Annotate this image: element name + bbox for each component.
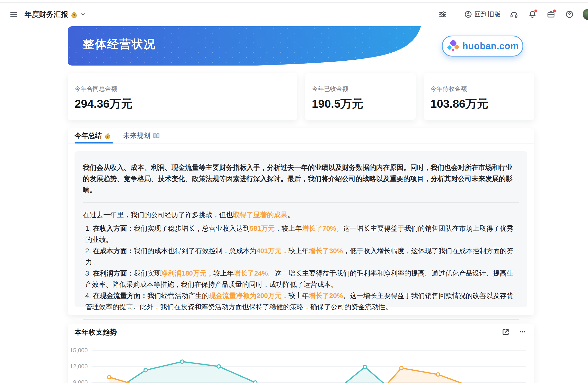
page-title: 年度财务汇报 (24, 9, 68, 20)
display-settings-button[interactable] (437, 9, 448, 20)
summary-card: 今年总结 $ 未来规划 我们会从收入、成本、利润、现金流量等主要财务指标入手，分… (68, 128, 534, 315)
list-item-cost: 2. 在成本方面：我们的成本也得到了有效控制，总成本为401万元，较上年增长了3… (83, 245, 519, 268)
list-item-cashflow: 4. 在现金流量方面：我们经营活动产生的现金流量净额为200万元，较上年增长了2… (83, 290, 519, 313)
active-tab-underline (75, 142, 113, 144)
trend-chart-card: 本年收支趋势 15,000 12,000 9,000 (68, 323, 534, 383)
list-item-profit: 3. 在利润方面：我们实现净利润180万元，较上年增长了24%。这一增长主要得益… (83, 268, 519, 290)
tab-label: 未来规划 (123, 131, 150, 140)
back-to-old-version-button[interactable]: 回到旧版 (464, 10, 501, 19)
stat-value: 294.36万元 (75, 96, 290, 112)
stat-label: 今年已收金额 (312, 85, 409, 93)
panel-divider (83, 202, 519, 203)
help-icon (565, 10, 574, 19)
list-item-revenue: 1. 在收入方面：我们实现了稳步增长，总营业收入达到581万元，较上年增长了70… (83, 223, 519, 245)
sliders-icon (438, 10, 447, 19)
notifications-button[interactable] (527, 9, 538, 20)
stat-label: 今年合同总金额 (75, 85, 290, 93)
notification-badge (534, 9, 537, 12)
app-title-group[interactable]: 年度财务汇报 $ (24, 9, 86, 20)
back-to-old-version-label: 回到旧版 (475, 10, 501, 19)
stat-value: 103.86万元 (430, 96, 527, 112)
tab-future-plan[interactable]: 未来规划 (123, 131, 160, 140)
stat-value: 190.5万元 (312, 96, 409, 112)
open-in-new-button[interactable] (500, 326, 511, 337)
svg-text:$: $ (107, 135, 109, 138)
stat-card-pending: 今年待收金额 103.86万元 (424, 73, 534, 120)
huoban-logo-icon (446, 39, 460, 53)
workbench-badge (553, 9, 556, 12)
stat-label: 今年待收金额 (430, 85, 527, 93)
stat-card-contract-total: 今年合同总金额 294.36万元 (68, 73, 297, 120)
tab-label: 今年总结 (75, 131, 102, 140)
summary-intro: 我们会从收入、成本、利润、现金流量等主要财务指标入手，分析过去一年的业绩以及财务… (83, 162, 519, 196)
brand-logo-text: huoban.com (462, 41, 519, 51)
money-bag-icon: $ (104, 132, 111, 139)
annual-finance-report-page: { "topbar": { "title": "年度财务汇报", "title_… (0, 0, 588, 383)
hamburger-menu-button[interactable] (8, 9, 19, 20)
headset-icon (510, 10, 518, 19)
open-book-icon (152, 132, 160, 140)
chevron-down-icon (80, 11, 86, 18)
hamburger-icon (9, 10, 18, 19)
topbar: 年度财务汇报 $ 回到旧版 (0, 3, 588, 26)
panel-divider (83, 319, 519, 320)
user-avatar[interactable] (583, 9, 588, 20)
help-button[interactable] (564, 9, 575, 20)
brand-logo-pill: huoban.com (442, 36, 523, 57)
external-link-icon (501, 328, 510, 336)
topbar-divider (456, 10, 456, 19)
trend-line-chart[interactable] (68, 338, 534, 383)
tab-bar: 今年总结 $ 未来规划 (75, 128, 160, 143)
tabs-divider (68, 143, 534, 144)
ellipsis-icon (518, 328, 527, 336)
more-options-button[interactable] (517, 326, 528, 337)
workbench-button[interactable] (546, 9, 556, 20)
support-button[interactable] (509, 9, 519, 20)
summary-panel: 我们会从收入、成本、利润、现金流量等主要财务指标入手，分析过去一年的业绩以及财务… (75, 151, 527, 307)
switch-version-icon (464, 10, 472, 19)
tab-this-year-summary[interactable]: 今年总结 $ (75, 131, 111, 140)
chart-title: 本年收支趋势 (75, 327, 117, 337)
svg-text:$: $ (73, 14, 75, 17)
money-bag-icon: $ (70, 10, 78, 18)
summary-achievement-line: 在过去一年里，我们的公司经历了许多挑战，但也取得了显著的成果。 (83, 209, 519, 220)
stat-card-received: 今年已收金额 190.5万元 (305, 73, 416, 120)
banner-title: 整体经营状况 (83, 37, 156, 52)
